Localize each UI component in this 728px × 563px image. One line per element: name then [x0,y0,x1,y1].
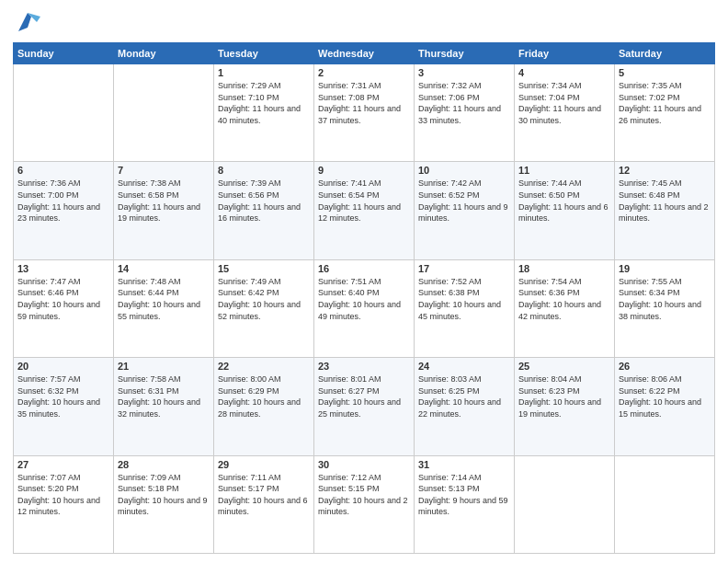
day-number: 27 [17,459,109,470]
week-row-2: 6Sunrise: 7:36 AMSunset: 7:00 PMDaylight… [14,162,715,259]
day-number: 15 [218,263,310,274]
day-info: Sunrise: 7:14 AMSunset: 5:13 PMDaylight:… [418,472,510,518]
calendar-cell: 23Sunrise: 8:01 AMSunset: 6:27 PMDayligh… [314,358,415,455]
calendar-cell: 14Sunrise: 7:48 AMSunset: 6:44 PMDayligh… [114,259,214,357]
day-info: Sunrise: 8:06 AMSunset: 6:22 PMDaylight:… [619,373,711,419]
calendar-cell: 12Sunrise: 7:45 AMSunset: 6:48 PMDayligh… [615,162,715,259]
day-number: 9 [318,165,410,176]
day-info: Sunrise: 7:41 AMSunset: 6:54 PMDaylight:… [318,178,410,224]
calendar-cell: 31Sunrise: 7:14 AMSunset: 5:13 PMDayligh… [415,455,515,553]
day-info: Sunrise: 7:52 AMSunset: 6:38 PMDaylight:… [418,276,510,322]
calendar-cell: 29Sunrise: 7:11 AMSunset: 5:17 PMDayligh… [214,455,314,553]
day-number: 1 [218,67,310,78]
day-info: Sunrise: 7:31 AMSunset: 7:08 PMDaylight:… [318,80,410,126]
calendar-cell: 7Sunrise: 7:38 AMSunset: 6:58 PMDaylight… [114,162,214,259]
calendar-cell: 26Sunrise: 8:06 AMSunset: 6:22 PMDayligh… [615,358,715,455]
calendar-cell [615,455,715,553]
weekday-header-thursday: Thursday [415,43,515,64]
day-info: Sunrise: 7:51 AMSunset: 6:40 PMDaylight:… [318,276,410,322]
day-info: Sunrise: 7:54 AMSunset: 6:36 PMDaylight:… [518,276,610,322]
day-info: Sunrise: 7:49 AMSunset: 6:42 PMDaylight:… [218,276,310,322]
day-info: Sunrise: 7:09 AMSunset: 5:18 PMDaylight:… [118,472,210,518]
calendar-cell: 30Sunrise: 7:12 AMSunset: 5:15 PMDayligh… [314,455,415,553]
day-info: Sunrise: 7:07 AMSunset: 5:20 PMDaylight:… [17,472,109,518]
calendar-cell: 16Sunrise: 7:51 AMSunset: 6:40 PMDayligh… [314,259,415,357]
day-number: 28 [118,459,210,470]
weekday-header-friday: Friday [515,43,615,64]
day-info: Sunrise: 7:48 AMSunset: 6:44 PMDaylight:… [118,276,210,322]
calendar-cell: 10Sunrise: 7:42 AMSunset: 6:52 PMDayligh… [415,162,515,259]
day-info: Sunrise: 7:42 AMSunset: 6:52 PMDaylight:… [418,178,510,224]
calendar-cell: 3Sunrise: 7:32 AMSunset: 7:06 PMDaylight… [415,64,515,162]
day-number: 24 [418,361,510,372]
calendar-cell: 20Sunrise: 7:57 AMSunset: 6:32 PMDayligh… [14,358,114,455]
calendar-cell [515,455,615,553]
day-number: 7 [118,165,210,176]
day-info: Sunrise: 7:45 AMSunset: 6:48 PMDaylight:… [619,178,711,224]
day-number: 18 [518,263,610,274]
day-number: 6 [17,165,109,176]
weekday-header-sunday: Sunday [14,43,114,64]
week-row-5: 27Sunrise: 7:07 AMSunset: 5:20 PMDayligh… [14,455,715,553]
day-info: Sunrise: 7:34 AMSunset: 7:04 PMDaylight:… [518,80,610,126]
day-number: 21 [118,361,210,372]
calendar-cell: 2Sunrise: 7:31 AMSunset: 7:08 PMDaylight… [314,64,415,162]
day-info: Sunrise: 8:03 AMSunset: 6:25 PMDaylight:… [418,373,510,419]
calendar-cell: 13Sunrise: 7:47 AMSunset: 6:46 PMDayligh… [14,259,114,357]
day-number: 11 [518,165,610,176]
page: SundayMondayTuesdayWednesdayThursdayFrid… [0,0,728,563]
day-number: 2 [318,67,410,78]
day-info: Sunrise: 7:58 AMSunset: 6:31 PMDaylight:… [118,373,210,419]
calendar-cell: 6Sunrise: 7:36 AMSunset: 7:00 PMDaylight… [14,162,114,259]
day-number: 12 [619,165,711,176]
week-row-1: 1Sunrise: 7:29 AMSunset: 7:10 PMDaylight… [14,64,715,162]
day-info: Sunrise: 8:01 AMSunset: 6:27 PMDaylight:… [318,373,410,419]
week-row-4: 20Sunrise: 7:57 AMSunset: 6:32 PMDayligh… [14,358,715,455]
day-info: Sunrise: 7:32 AMSunset: 7:06 PMDaylight:… [418,80,510,126]
day-info: Sunrise: 7:11 AMSunset: 5:17 PMDaylight:… [218,472,310,518]
calendar-cell: 28Sunrise: 7:09 AMSunset: 5:18 PMDayligh… [114,455,214,553]
calendar-cell: 22Sunrise: 8:00 AMSunset: 6:29 PMDayligh… [214,358,314,455]
day-info: Sunrise: 7:57 AMSunset: 6:32 PMDaylight:… [17,373,109,419]
calendar-cell: 25Sunrise: 8:04 AMSunset: 6:23 PMDayligh… [515,358,615,455]
day-number: 19 [619,263,711,274]
day-info: Sunrise: 7:55 AMSunset: 6:34 PMDaylight:… [619,276,711,322]
day-number: 5 [619,67,711,78]
day-number: 14 [118,263,210,274]
calendar-cell [114,64,214,162]
header [13,9,715,35]
day-number: 4 [518,67,610,78]
day-number: 22 [218,361,310,372]
week-row-3: 13Sunrise: 7:47 AMSunset: 6:46 PMDayligh… [14,259,715,357]
day-number: 31 [418,459,510,470]
calendar-cell: 17Sunrise: 7:52 AMSunset: 6:38 PMDayligh… [415,259,515,357]
calendar-cell: 18Sunrise: 7:54 AMSunset: 6:36 PMDayligh… [515,259,615,357]
calendar-cell: 4Sunrise: 7:34 AMSunset: 7:04 PMDaylight… [515,64,615,162]
day-number: 17 [418,263,510,274]
day-info: Sunrise: 7:29 AMSunset: 7:10 PMDaylight:… [218,80,310,126]
weekday-header-monday: Monday [114,43,214,64]
calendar-table: SundayMondayTuesdayWednesdayThursdayFrid… [13,42,715,554]
day-number: 16 [318,263,410,274]
calendar-cell [14,64,114,162]
weekday-header-saturday: Saturday [615,43,715,64]
calendar-cell: 21Sunrise: 7:58 AMSunset: 6:31 PMDayligh… [114,358,214,455]
day-info: Sunrise: 7:35 AMSunset: 7:02 PMDaylight:… [619,80,711,126]
day-number: 20 [17,361,109,372]
calendar-cell: 11Sunrise: 7:44 AMSunset: 6:50 PMDayligh… [515,162,615,259]
day-info: Sunrise: 7:12 AMSunset: 5:15 PMDaylight:… [318,472,410,518]
logo [13,9,40,35]
day-number: 13 [17,263,109,274]
day-number: 26 [619,361,711,372]
day-info: Sunrise: 7:36 AMSunset: 7:00 PMDaylight:… [17,178,109,224]
day-number: 23 [318,361,410,372]
day-number: 30 [318,459,410,470]
calendar-cell: 9Sunrise: 7:41 AMSunset: 6:54 PMDaylight… [314,162,415,259]
logo-icon [15,9,40,35]
calendar-cell: 19Sunrise: 7:55 AMSunset: 6:34 PMDayligh… [615,259,715,357]
day-number: 25 [518,361,610,372]
calendar-cell: 24Sunrise: 8:03 AMSunset: 6:25 PMDayligh… [415,358,515,455]
day-info: Sunrise: 7:47 AMSunset: 6:46 PMDaylight:… [17,276,109,322]
day-number: 8 [218,165,310,176]
calendar-cell: 1Sunrise: 7:29 AMSunset: 7:10 PMDaylight… [214,64,314,162]
